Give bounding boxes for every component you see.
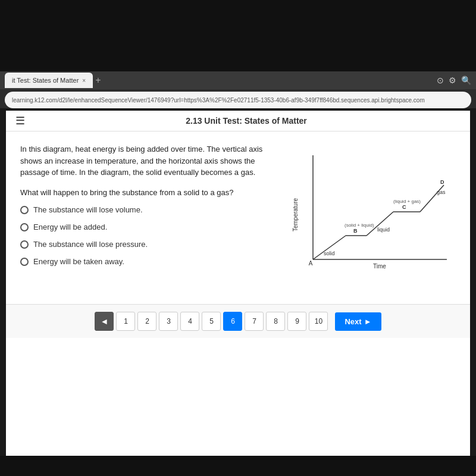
tab-label: it Test: States of Matter — [12, 77, 79, 84]
new-tab-button[interactable]: + — [95, 75, 101, 86]
page-4-button[interactable]: 4 — [180, 312, 199, 331]
option-2[interactable]: Energy will be added. — [20, 223, 271, 231]
option-4[interactable]: Energy will be taken away. — [20, 257, 271, 266]
pagination-bar: ◄ 1 2 3 4 5 6 7 8 9 10 Next ► — [6, 304, 470, 338]
page-5-button[interactable]: 5 — [202, 312, 221, 331]
diagram-area: Temperature Time A solid — [283, 143, 456, 280]
wifi-icon: ⊙ — [437, 76, 444, 85]
radio-1[interactable] — [20, 206, 29, 214]
C-label: C — [402, 204, 406, 210]
page-7-button[interactable]: 7 — [245, 312, 264, 331]
point-A-label: A — [309, 260, 313, 267]
option-3[interactable]: The substance will lose pressure. — [20, 240, 271, 249]
page-1-button[interactable]: 1 — [116, 312, 135, 331]
solid-label: solid — [324, 250, 335, 256]
url-text: learning.k12.com/d2l/le/enhancedSequence… — [12, 97, 425, 104]
next-button[interactable]: Next ► — [335, 312, 381, 331]
browser-icons: ⊙ ⚙ 🔍 — [437, 76, 471, 85]
liquid-gas-label: (liquid + gas) — [393, 199, 421, 204]
page-2-button[interactable]: 2 — [137, 312, 156, 331]
main-content: ☰ 2.13 Unit Test: States of Matter In th… — [6, 111, 470, 456]
radio-4[interactable] — [20, 258, 29, 266]
hamburger-menu-icon[interactable]: ☰ — [15, 114, 25, 127]
option-4-label: Energy will be taken away. — [33, 257, 124, 266]
next-arrow-icon: ► — [364, 317, 372, 326]
header-bar: ☰ 2.13 Unit Test: States of Matter — [6, 111, 470, 131]
browser-tab[interactable]: it Test: States of Matter × — [5, 73, 93, 88]
x-axis-label: Time — [373, 263, 386, 270]
sub-question: What will happen to bring the substance … — [20, 188, 271, 197]
address-bar[interactable]: learning.k12.com/d2l/le/enhancedSequence… — [5, 92, 471, 108]
option-3-label: The substance will lose pressure. — [33, 240, 148, 249]
page-9-button[interactable]: 9 — [287, 312, 306, 331]
search-icon[interactable]: 🔍 — [461, 76, 471, 85]
D-label: D — [440, 179, 444, 185]
gas-label: gas — [437, 189, 446, 195]
tab-close-icon[interactable]: × — [82, 77, 86, 84]
radio-2[interactable] — [20, 223, 29, 231]
B-label: B — [353, 228, 358, 234]
option-2-label: Energy will be added. — [33, 223, 107, 231]
phase-diagram: Temperature Time A solid — [289, 149, 450, 280]
page-8-button[interactable]: 8 — [266, 312, 285, 331]
solid-liquid-label: (solid + liquid) — [345, 223, 374, 228]
page-6-button[interactable]: 6 — [223, 312, 242, 331]
radio-3[interactable] — [20, 240, 29, 249]
question-left: In this diagram, heat energy is being ad… — [20, 143, 271, 280]
page-10-button[interactable]: 10 — [309, 312, 328, 331]
option-1[interactable]: The substance will lose volume. — [20, 205, 271, 214]
question-body: In this diagram, heat energy is being ad… — [20, 143, 271, 178]
liquid-label: liquid — [377, 227, 390, 233]
tab-bar: it Test: States of Matter × + ⊙ ⚙ 🔍 — [0, 71, 476, 89]
prev-arrow-button[interactable]: ◄ — [95, 312, 114, 331]
next-label: Next — [345, 317, 361, 326]
y-axis-label: Temperature — [292, 198, 299, 231]
settings-icon: ⚙ — [449, 76, 456, 85]
option-1-label: The substance will lose volume. — [33, 205, 143, 214]
question-area: In this diagram, heat energy is being ad… — [6, 131, 470, 292]
page-title: 2.13 Unit Test: States of Matter — [32, 116, 461, 126]
page-3-button[interactable]: 3 — [159, 312, 178, 331]
